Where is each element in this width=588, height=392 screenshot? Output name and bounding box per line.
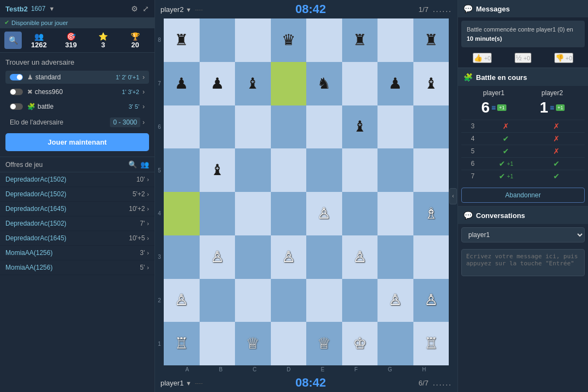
- square-a2[interactable]: ♙: [164, 279, 200, 322]
- square-e8[interactable]: [306, 18, 342, 62]
- square-f3[interactable]: ♙: [342, 235, 378, 279]
- square-c6[interactable]: [235, 105, 271, 149]
- user-arrow[interactable]: ▼: [49, 5, 55, 12]
- square-c2[interactable]: [235, 279, 271, 322]
- offers-search-icon[interactable]: 🔍: [128, 160, 137, 169]
- square-b1[interactable]: [200, 322, 236, 365]
- mode-battle-row[interactable]: 🧩 battle 3' 5' ›: [5, 100, 149, 113]
- square-e7[interactable]: ♞: [306, 62, 342, 105]
- square-f1[interactable]: ♔: [342, 322, 378, 365]
- conversation-input[interactable]: [461, 249, 585, 276]
- square-b4[interactable]: [200, 192, 236, 235]
- mode-chess960-row[interactable]: ✖ chess960 1' 3'+2 ›: [5, 85, 149, 98]
- square-g7[interactable]: ♟: [377, 62, 413, 105]
- square-d7[interactable]: [271, 62, 307, 105]
- thumbs-up-button[interactable]: 👍 +0: [473, 53, 492, 63]
- square-b5[interactable]: ♝: [200, 148, 236, 192]
- conversation-select[interactable]: player1: [461, 227, 585, 242]
- offer-row-5[interactable]: DepredadorAc(1645) 10'+5 ›: [0, 231, 154, 246]
- settings-icon[interactable]: ⚙: [131, 4, 138, 13]
- square-a4[interactable]: [164, 192, 200, 235]
- square-c1[interactable]: ♕: [235, 322, 271, 365]
- square-a5[interactable]: [164, 148, 200, 192]
- square-g2[interactable]: ♙: [377, 279, 413, 322]
- username[interactable]: Testb2: [5, 5, 28, 13]
- stat-blitz[interactable]: 👥 1262: [24, 32, 54, 49]
- square-g1[interactable]: [377, 322, 413, 365]
- square-h5[interactable]: [413, 148, 449, 192]
- bottom-more-button[interactable]: ......: [433, 378, 452, 387]
- square-c7[interactable]: ♝: [235, 62, 271, 105]
- square-h3[interactable]: [413, 235, 449, 279]
- chess-board[interactable]: ♜♛♜♜♟♟♝♞♟♝♝♝♙♗♙♙♙♙♙♙♖♕♕♔♖: [164, 18, 449, 365]
- toggle-standard[interactable]: [10, 74, 23, 80]
- square-b7[interactable]: ♟: [200, 62, 236, 105]
- square-c5[interactable]: [235, 148, 271, 192]
- square-c4[interactable]: [235, 192, 271, 235]
- square-b8[interactable]: [200, 18, 236, 62]
- square-f8[interactable]: ♜: [342, 18, 378, 62]
- stat-bullet[interactable]: 🎯 319: [56, 32, 86, 49]
- square-e4[interactable]: ♙: [306, 192, 342, 235]
- square-b6[interactable]: [200, 105, 236, 149]
- square-a6[interactable]: [164, 105, 200, 149]
- square-b2[interactable]: [200, 279, 236, 322]
- square-d4[interactable]: [271, 192, 307, 235]
- square-b3[interactable]: ♙: [200, 235, 236, 279]
- square-h6[interactable]: [413, 105, 449, 149]
- half-point-button[interactable]: ½ +0: [515, 53, 531, 63]
- square-f2[interactable]: [342, 279, 378, 322]
- square-f5[interactable]: [342, 148, 378, 192]
- square-d1[interactable]: [271, 322, 307, 365]
- offer-row-1[interactable]: DepredadorAc(1502) 10' ›: [0, 172, 154, 187]
- toggle-battle[interactable]: [10, 103, 23, 110]
- square-e3[interactable]: [306, 235, 342, 279]
- square-d5[interactable]: [271, 148, 307, 192]
- offer-row-7[interactable]: MomiaAA(1256) 5' ›: [0, 260, 154, 275]
- square-a3[interactable]: [164, 235, 200, 279]
- square-h2[interactable]: ♙: [413, 279, 449, 322]
- offer-row-2[interactable]: DepredadorAc(1502) 5'+2 ›: [0, 187, 154, 202]
- square-g3[interactable]: [377, 235, 413, 279]
- play-button[interactable]: Jouer maintenant: [5, 133, 149, 151]
- stat-correspondence[interactable]: ⭐ 3: [88, 32, 118, 49]
- square-e6[interactable]: [306, 105, 342, 149]
- offers-add-icon[interactable]: 👥: [140, 160, 149, 169]
- square-d3[interactable]: ♙: [271, 235, 307, 279]
- square-h8[interactable]: ♜: [413, 18, 449, 62]
- square-e5[interactable]: [306, 148, 342, 192]
- thumbs-down-button[interactable]: 👎 +0: [554, 53, 574, 63]
- square-h1[interactable]: ♖: [413, 322, 449, 365]
- square-c3[interactable]: [235, 235, 271, 279]
- square-g8[interactable]: [377, 18, 413, 62]
- elo-value[interactable]: 0 - 3000: [110, 117, 140, 127]
- square-a7[interactable]: ♟: [164, 62, 200, 105]
- square-c8[interactable]: [235, 18, 271, 62]
- square-h7[interactable]: ♝: [413, 62, 449, 105]
- offer-row-4[interactable]: DepredadorAc(1502) 7' ›: [0, 216, 154, 231]
- mode-standard-row[interactable]: ♟ standard 1' 2' 0'+1 ›: [5, 71, 149, 84]
- top-more-button[interactable]: ......: [433, 5, 452, 14]
- toggle-chess960[interactable]: [10, 89, 23, 95]
- offer-row-6[interactable]: MomiaAA(1256) 3' ›: [0, 246, 154, 260]
- search-button[interactable]: 🔍: [4, 32, 22, 49]
- square-e2[interactable]: [306, 279, 342, 322]
- square-f4[interactable]: [342, 192, 378, 235]
- square-d8[interactable]: ♛: [271, 18, 307, 62]
- expand-icon[interactable]: ⤢: [143, 4, 149, 13]
- abandon-button[interactable]: Abandonner: [461, 188, 585, 203]
- square-a1[interactable]: ♖: [164, 322, 200, 365]
- stat-tournament[interactable]: 🏆 20: [120, 32, 150, 49]
- square-d2[interactable]: [271, 279, 307, 322]
- square-h4[interactable]: ♗: [413, 192, 449, 235]
- collapse-button[interactable]: ‹: [449, 188, 457, 204]
- square-g6[interactable]: [377, 105, 413, 149]
- square-g5[interactable]: [377, 148, 413, 192]
- square-d6[interactable]: [271, 105, 307, 149]
- offer-row-3[interactable]: DepredadorAc(1645) 10'+2 ›: [0, 202, 154, 216]
- square-f7[interactable]: [342, 62, 378, 105]
- square-f6[interactable]: ♝: [342, 105, 378, 149]
- square-e1[interactable]: ♕: [306, 322, 342, 365]
- square-g4[interactable]: [377, 192, 413, 235]
- square-a8[interactable]: ♜: [164, 18, 200, 62]
